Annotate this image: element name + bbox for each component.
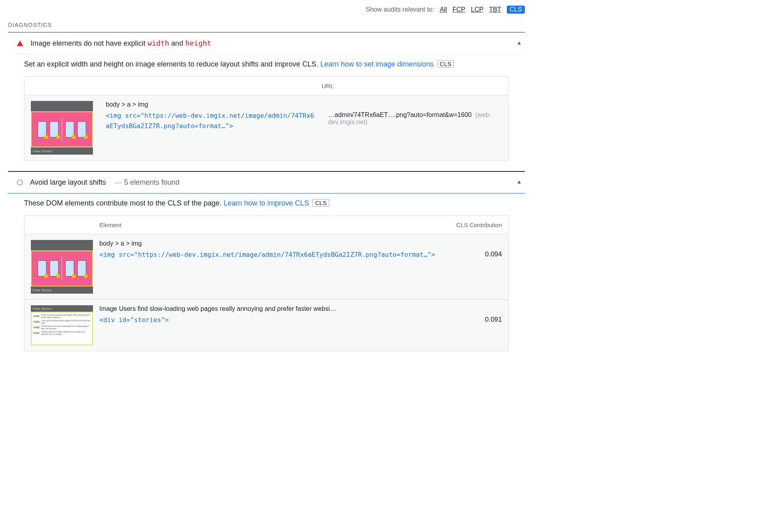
audit-description: Set an explicit width and height on imag… [8,54,525,74]
audit-meta-count: 5 elements found [124,178,179,186]
node-selector: body > a > img [99,240,442,247]
table-row: Other Stories: body > a > img <img src="… [24,95,509,161]
filter-fcp[interactable]: FCP [453,6,466,13]
th-thumb [24,216,100,234]
table-row: Other Stories: body > a > img <img src="… [24,234,509,300]
td-score: 0.094 [449,234,509,300]
filter-tbt[interactable]: TBT [489,6,501,13]
learn-link-image-dimensions[interactable]: Learn how to set image dimensions [320,60,433,68]
audit-details-table-cls: Element CLS Contribution Other Stories: … [24,216,509,351]
td-element: body > a > img <img src="https://web-dev… [99,234,449,300]
neutral-circle-icon [17,179,23,185]
th-element [99,77,322,95]
audit-meta: —5 elements found [112,178,179,186]
code-width: width [147,39,169,47]
filter-all[interactable]: All [440,6,447,13]
audit-title: Image elements do not have explicit widt… [30,39,211,48]
th-cls-contribution: CLS Contribution [449,216,509,234]
filter-label: Show audits relevant to: [366,6,434,13]
node-thumbnail: Other Stories: [31,101,93,155]
learn-link-improve-cls[interactable]: Learn how to improve CLS [224,199,309,207]
audit-description: These DOM elements contribute most to th… [8,193,525,213]
td-score: 0.091 [449,300,509,351]
th-thumb [24,77,100,95]
node-snippet: <img src="https://web-dev.imgix.net/imag… [99,250,442,260]
thumb-line: The bfcache can avoid repeating slow loa… [41,325,91,330]
thumb-line: Users get frustrated when pages shift ar… [41,319,91,324]
td-element: Image Users find slow-loading web pages … [99,300,449,351]
filter-lcp[interactable]: LCP [471,6,484,13]
node-snippet: <img src="https://web-dev.imgix.net/imag… [106,111,315,131]
td-thumb: Other Stories: [24,234,100,300]
audit-title-mid: and [169,39,185,47]
audit-row-image-dimensions[interactable]: Image elements do not have explicit widt… [8,32,525,54]
audit-details-table-url: URL Other Stories: body > a > img <img s… [24,77,509,161]
chevron-down-icon: ▾ [518,179,521,186]
table-row: Other Stories: ImageUsers find slow-load… [24,300,509,351]
audit-filter-bar: Show audits relevant to: All FCP LCP TBT… [8,4,525,22]
td-url: …admin/74TRx6aET….png?auto=format&w=1600… [322,95,509,161]
th-url: URL [322,77,509,95]
fail-triangle-icon [17,40,23,46]
td-thumb: Other Stories: ImageUsers find slow-load… [24,300,100,351]
node-selector: body > a > img [106,101,315,108]
node-thumbnail: Other Stories: [31,240,93,294]
audit-desc-text: Set an explicit width and height on imag… [24,60,320,68]
filter-cls[interactable]: CLS [507,6,525,14]
cls-badge: CLS [312,199,329,207]
cls-badge: CLS [437,60,454,68]
thumb-label: Other Stories: [31,147,93,155]
audit-title-text: Avoid large layout shifts [30,178,106,186]
td-thumb: Other Stories: [24,95,100,161]
node-thumbnail: Other Stories: ImageUsers find slow-load… [31,305,93,345]
chevron-down-icon: ▾ [518,40,521,47]
thumb-label: Other Stories: [31,305,93,312]
thumb-label: Other Stories: [31,286,93,294]
audit-desc-text: These DOM elements contribute most to th… [24,199,224,207]
thumb-line: Users find slow-loading web pages really… [41,314,91,318]
td-element: body > a > img <img src="https://web-dev… [99,95,322,161]
node-selector: Image Users find slow-loading web pages … [99,305,442,312]
url-text: …admin/74TRx6aET….png?auto=format&w=1600 [328,111,472,118]
code-height: height [185,39,211,47]
thumb-line: Setting width and height attributes on i… [41,330,91,335]
audit-row-layout-shifts[interactable]: Avoid large layout shifts —5 elements fo… [8,172,525,193]
audit-title: Avoid large layout shifts —5 elements fo… [30,178,179,187]
section-title-diagnostics: DIAGNOSTICS [8,22,525,32]
audit-title-text: Image elements do not have explicit [30,39,147,47]
th-element: Element [99,216,449,234]
node-snippet: <div id="stories"> [99,315,442,325]
